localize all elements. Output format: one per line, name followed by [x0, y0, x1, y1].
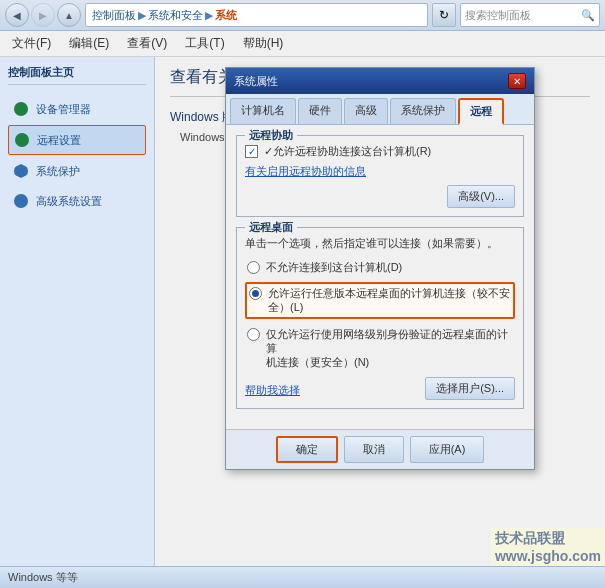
sep-1: ▶: [138, 9, 146, 22]
tab-remote[interactable]: 远程: [458, 98, 504, 125]
content-area: 查看有关计算机的基本信息 Windows 版本 Windows 7 旗舰版 系统…: [155, 57, 605, 566]
main-area: 控制面板主页 设备管理器 远程设置 系统保护: [0, 57, 605, 566]
radio-label-1: 不允许连接到这台计算机(D): [266, 260, 402, 274]
watermark-text: 技术品联盟: [495, 530, 565, 546]
ok-button[interactable]: 确定: [276, 436, 338, 463]
tab-system-protection[interactable]: 系统保护: [390, 98, 456, 124]
statusbar-text: Windows 等等: [8, 570, 78, 585]
remote-desktop-label: 远程桌面: [245, 220, 297, 235]
address-part-2: 系统和安全: [148, 8, 203, 23]
dialog-titlebar: 系统属性 ✕: [226, 68, 534, 94]
sidebar-item-device-manager[interactable]: 设备管理器: [8, 95, 146, 123]
tab-advanced[interactable]: 高级: [344, 98, 388, 124]
sidebar: 控制面板主页 设备管理器 远程设置 系统保护: [0, 57, 155, 566]
radio-option-3[interactable]: 仅允许运行使用网络级别身份验证的远程桌面的计算 机连接（更安全）(N): [245, 325, 515, 372]
forward-button[interactable]: ▶: [31, 3, 55, 27]
address-part-1: 控制面板: [92, 8, 136, 23]
system-protection-icon: [12, 162, 30, 180]
radio-2[interactable]: [249, 287, 262, 300]
search-bar[interactable]: 搜索控制面板 🔍: [460, 3, 600, 27]
tab-computer-name[interactable]: 计算机名: [230, 98, 296, 124]
dialog-content: 远程协助 ✓允许远程协助连接这台计算机(R) 有关启用远程协助的信息 高级(V)…: [226, 125, 534, 429]
search-icon: 🔍: [581, 9, 595, 22]
dialog-tabs: 计算机名 硬件 高级 系统保护 远程: [226, 94, 534, 125]
cancel-button[interactable]: 取消: [344, 436, 404, 463]
watermark-site: www.jsgho.com: [495, 548, 601, 564]
radio-option-2[interactable]: 允许运行任意版本远程桌面的计算机连接（较不安全）(L): [245, 282, 515, 319]
address-bar[interactable]: 控制面板 ▶ 系统和安全 ▶ 系统: [85, 3, 428, 27]
toolbar: ◀ ▶ ▲ 控制面板 ▶ 系统和安全 ▶ 系统 ↻ 搜索控制面板 🔍: [0, 0, 605, 31]
remote-assistance-btn-row: 高级(V)...: [245, 185, 515, 208]
up-button[interactable]: ▲: [57, 3, 81, 27]
dialog-overlay: 系统属性 ✕ 计算机名 硬件 高级 系统保护 远程: [155, 57, 605, 566]
remote-settings-icon: [13, 131, 31, 149]
menubar: 文件(F) 编辑(E) 查看(V) 工具(T) 帮助(H): [0, 31, 605, 57]
dialog-close-button[interactable]: ✕: [508, 73, 526, 89]
radio-1[interactable]: [247, 261, 260, 274]
tab-hardware[interactable]: 硬件: [298, 98, 342, 124]
sidebar-label-system-protection: 系统保护: [36, 164, 80, 179]
nav-buttons: ◀ ▶ ▲: [5, 3, 81, 27]
system-properties-dialog: 系统属性 ✕ 计算机名 硬件 高级 系统保护 远程: [225, 67, 535, 470]
sidebar-item-system-protection[interactable]: 系统保护: [8, 157, 146, 185]
radio-label-3: 仅允许运行使用网络级别身份验证的远程桌面的计算 机连接（更安全）(N): [266, 327, 513, 370]
remote-assistance-link[interactable]: 有关启用远程协助的信息: [245, 164, 515, 179]
sidebar-item-remote-settings[interactable]: 远程设置: [8, 125, 146, 155]
main-window: ◀ ▶ ▲ 控制面板 ▶ 系统和安全 ▶ 系统 ↻ 搜索控制面板 🔍 文件(F)…: [0, 0, 605, 588]
watermark: 技术品联盟 www.jsgho.com: [491, 528, 605, 566]
radio-option-1[interactable]: 不允许连接到这台计算机(D): [245, 258, 515, 276]
sidebar-label-device-manager: 设备管理器: [36, 102, 91, 117]
remote-assistance-checkbox[interactable]: [245, 145, 258, 158]
statusbar: Windows 等等: [0, 566, 605, 588]
search-placeholder: 搜索控制面板: [465, 8, 531, 23]
sep-2: ▶: [205, 9, 213, 22]
menu-file[interactable]: 文件(F): [8, 33, 55, 54]
advanced-settings-icon: [12, 192, 30, 210]
radio-3[interactable]: [247, 328, 260, 341]
advanced-button[interactable]: 高级(V)...: [447, 185, 515, 208]
remote-assistance-checkbox-label: ✓允许远程协助连接这台计算机(R): [264, 144, 431, 158]
device-manager-icon: [12, 100, 30, 118]
address-part-3: 系统: [215, 8, 237, 23]
menu-edit[interactable]: 编辑(E): [65, 33, 113, 54]
menu-help[interactable]: 帮助(H): [239, 33, 288, 54]
sidebar-item-advanced-settings[interactable]: 高级系统设置: [8, 187, 146, 215]
sidebar-label-advanced-settings: 高级系统设置: [36, 194, 102, 209]
remote-assistance-group: 远程协助 ✓允许远程协助连接这台计算机(R) 有关启用远程协助的信息 高级(V)…: [236, 135, 524, 217]
remote-desktop-group: 远程桌面 单击一个选项，然后指定谁可以连接（如果需要）。 不允许连接到这台计算机…: [236, 227, 524, 409]
dialog-footer: 确定 取消 应用(A): [226, 429, 534, 469]
apply-button[interactable]: 应用(A): [410, 436, 485, 463]
radio-label-2: 允许运行任意版本远程桌面的计算机连接（较不安全）(L): [268, 286, 511, 315]
back-button[interactable]: ◀: [5, 3, 29, 27]
remote-assistance-label: 远程协助: [245, 128, 297, 143]
menu-tools[interactable]: 工具(T): [181, 33, 228, 54]
remote-desktop-description: 单击一个选项，然后指定谁可以连接（如果需要）。: [245, 236, 515, 251]
help-me-choose-link[interactable]: 帮助我选择: [245, 383, 300, 398]
select-user-button[interactable]: 选择用户(S)...: [425, 377, 515, 400]
sidebar-label-remote-settings: 远程设置: [37, 133, 81, 148]
dialog-title: 系统属性: [234, 74, 278, 89]
sidebar-title: 控制面板主页: [8, 65, 146, 85]
refresh-button[interactable]: ↻: [432, 3, 456, 27]
menu-view[interactable]: 查看(V): [123, 33, 171, 54]
remote-assistance-checkbox-row: ✓允许远程协助连接这台计算机(R): [245, 144, 515, 158]
